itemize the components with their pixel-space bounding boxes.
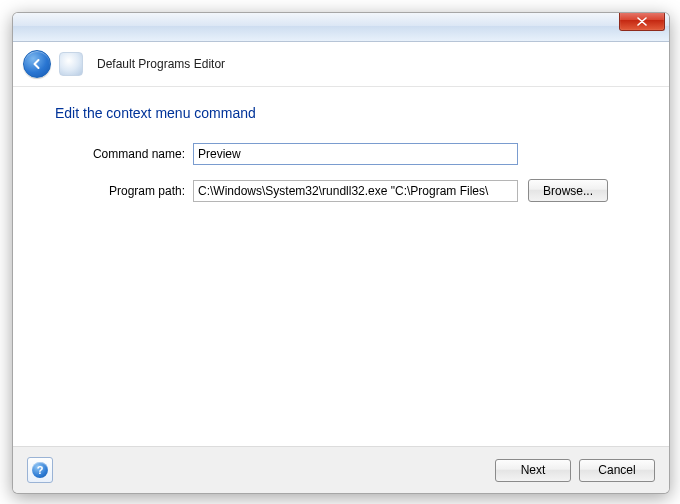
command-name-label: Command name: — [55, 147, 193, 161]
footer-bar: ? Next Cancel — [13, 446, 669, 493]
header-bar: Default Programs Editor — [13, 42, 669, 87]
cancel-button[interactable]: Cancel — [579, 459, 655, 482]
command-name-row: Command name: — [55, 143, 627, 165]
back-button[interactable] — [23, 50, 51, 78]
program-path-label: Program path: — [55, 184, 193, 198]
help-button[interactable]: ? — [27, 457, 53, 483]
close-icon — [637, 17, 647, 26]
browse-button[interactable]: Browse... — [528, 179, 608, 202]
close-button[interactable] — [619, 12, 665, 31]
dialog-window: Default Programs Editor Edit the context… — [12, 12, 670, 494]
page-heading: Edit the context menu command — [55, 105, 627, 121]
content-area: Edit the context menu command Command na… — [13, 87, 669, 446]
program-path-row: Program path: Browse... — [55, 179, 627, 202]
next-button[interactable]: Next — [495, 459, 571, 482]
command-name-input[interactable] — [193, 143, 518, 165]
titlebar — [13, 13, 669, 42]
help-icon: ? — [32, 462, 48, 478]
arrow-left-icon — [30, 57, 44, 71]
program-path-input[interactable] — [193, 180, 518, 202]
app-icon — [59, 52, 83, 76]
app-title: Default Programs Editor — [91, 57, 225, 71]
